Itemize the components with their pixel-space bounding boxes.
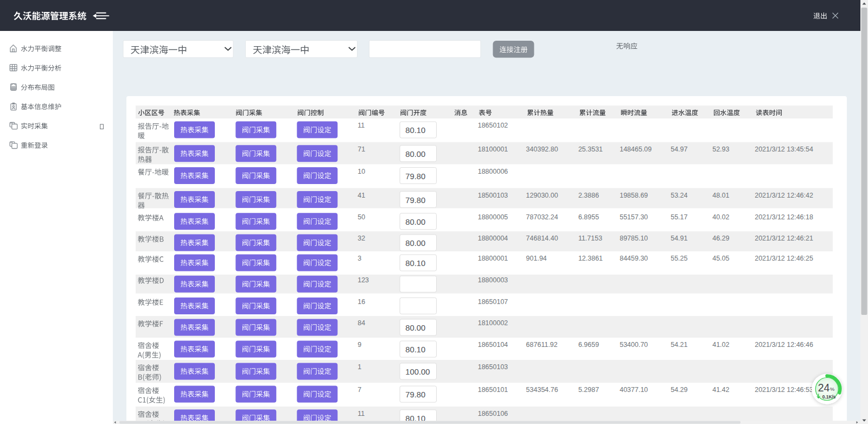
svg-text:687611.92: 687611.92: [526, 341, 558, 349]
svg-text:32: 32: [358, 235, 365, 242]
svg-text:55157.30: 55157.30: [620, 213, 648, 221]
svg-text:18650106: 18650106: [478, 410, 508, 417]
svg-text:10: 10: [358, 168, 365, 175]
svg-text:19858.69: 19858.69: [620, 192, 648, 199]
svg-text:41.02: 41.02: [712, 341, 729, 349]
svg-text:25.3531: 25.3531: [578, 145, 603, 153]
svg-text:11: 11: [358, 410, 365, 417]
svg-text:2.3886: 2.3886: [578, 192, 599, 199]
svg-text:80.10: 80.10: [405, 345, 425, 354]
svg-text:18100001: 18100001: [478, 145, 508, 153]
svg-text:45.05: 45.05: [712, 255, 729, 262]
svg-text:80.00: 80.00: [405, 150, 425, 159]
svg-text:18650102: 18650102: [478, 122, 508, 129]
svg-text:55.17: 55.17: [671, 213, 687, 221]
svg-text:11: 11: [358, 122, 365, 129]
svg-text:123: 123: [358, 276, 369, 284]
svg-text:18800005: 18800005: [478, 213, 508, 221]
svg-text:1: 1: [358, 363, 361, 371]
svg-text:79.80: 79.80: [405, 196, 425, 205]
svg-text:80.10: 80.10: [405, 259, 425, 268]
svg-text:11.7153: 11.7153: [578, 235, 602, 242]
svg-text:129030.00: 129030.00: [526, 192, 558, 199]
svg-text:5.2987: 5.2987: [578, 386, 599, 394]
svg-text:89785.10: 89785.10: [620, 235, 648, 242]
svg-text:18650104: 18650104: [478, 341, 508, 349]
svg-text:2021/3/12 12:46:18: 2021/3/12 12:46:18: [755, 213, 813, 221]
svg-text:6.8955: 6.8955: [578, 213, 599, 221]
svg-text:79.80: 79.80: [405, 172, 425, 181]
svg-text:84: 84: [358, 319, 365, 327]
svg-text:54.97: 54.97: [671, 145, 687, 153]
svg-text:%: %: [830, 386, 835, 392]
svg-text:54.29: 54.29: [671, 386, 687, 394]
svg-text:18800003: 18800003: [478, 276, 508, 284]
svg-text:24: 24: [818, 382, 830, 394]
svg-text:2021/3/12 13:45:54: 2021/3/12 13:45:54: [755, 145, 813, 153]
svg-text:55.25: 55.25: [671, 255, 687, 262]
svg-text:84459.30: 84459.30: [620, 255, 648, 262]
svg-text:40.02: 40.02: [712, 213, 729, 221]
svg-text:2021/3/12 12:46:42: 2021/3/12 12:46:42: [755, 192, 813, 199]
svg-text:100.00: 100.00: [405, 368, 430, 376]
svg-text:80.00: 80.00: [405, 239, 425, 248]
svg-text:48.01: 48.01: [712, 192, 729, 199]
svg-text:18650103: 18650103: [478, 363, 508, 371]
svg-text:9: 9: [358, 341, 361, 349]
svg-text:80.10: 80.10: [405, 126, 425, 135]
svg-text:50: 50: [358, 213, 365, 221]
svg-text:53.24: 53.24: [671, 192, 687, 199]
svg-text:79.80: 79.80: [405, 390, 425, 399]
svg-text:80.00: 80.00: [405, 324, 425, 332]
svg-text:148465.09: 148465.09: [620, 145, 652, 153]
svg-text:2021/3/12 12:46:21: 2021/3/12 12:46:21: [755, 235, 813, 242]
svg-text:40377.10: 40377.10: [620, 386, 648, 394]
svg-text:2021/3/12 12:46:25: 2021/3/12 12:46:25: [755, 255, 813, 262]
svg-text:18800004: 18800004: [478, 235, 508, 242]
svg-text:54.91: 54.91: [671, 235, 687, 242]
svg-text:71: 71: [358, 145, 365, 153]
svg-text:12.3861: 12.3861: [578, 255, 603, 262]
svg-text:3: 3: [358, 255, 361, 262]
svg-text:901.94: 901.94: [526, 255, 547, 262]
svg-text:53400.70: 53400.70: [620, 341, 648, 349]
svg-text:6.9659: 6.9659: [578, 341, 599, 349]
svg-text:18800001: 18800001: [478, 255, 508, 262]
svg-text:18800006: 18800006: [478, 168, 508, 175]
svg-text:787032.24: 787032.24: [526, 213, 558, 221]
svg-text:534354.76: 534354.76: [526, 386, 558, 394]
svg-text:41.42: 41.42: [712, 386, 729, 394]
svg-text:16: 16: [358, 298, 365, 306]
svg-text:18500103: 18500103: [478, 192, 508, 199]
svg-text:52.93: 52.93: [712, 145, 729, 153]
svg-text:18650101: 18650101: [478, 386, 508, 394]
svg-text:54.21: 54.21: [671, 341, 687, 349]
svg-text:18650107: 18650107: [478, 298, 508, 306]
svg-text:46.29: 46.29: [712, 235, 729, 242]
svg-text:41: 41: [358, 192, 365, 199]
svg-text:340392.80: 340392.80: [526, 145, 558, 153]
svg-text:746814.40: 746814.40: [526, 235, 558, 242]
svg-text:80.00: 80.00: [405, 218, 425, 226]
svg-text:2021/3/12 12:46:53: 2021/3/12 12:46:53: [755, 386, 813, 394]
svg-text:2021/3/12 12:46:46: 2021/3/12 12:46:46: [755, 341, 813, 349]
svg-text:18100002: 18100002: [478, 319, 508, 327]
svg-text:0.1K/s: 0.1K/s: [822, 394, 836, 400]
svg-text:7: 7: [358, 386, 361, 394]
